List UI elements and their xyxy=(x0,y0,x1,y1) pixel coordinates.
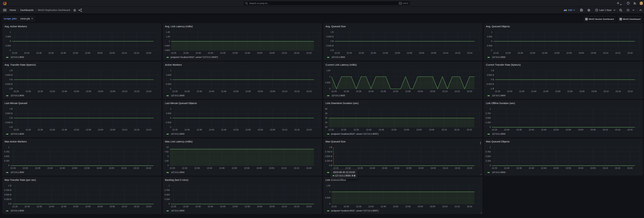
svg-text:Current Link Latency (millis): Current Link Latency (millis) xyxy=(326,63,357,66)
svg-text:22:35: 22:35 xyxy=(197,129,202,131)
svg-text:22:55: 22:55 xyxy=(244,167,250,169)
svg-text:22:45: 22:45 xyxy=(60,167,65,169)
svg-text:22:50: 22:50 xyxy=(393,90,398,92)
svg-text:22:45: 22:45 xyxy=(61,52,66,54)
svg-text:23:20: 23:20 xyxy=(627,167,632,169)
svg-text:23:05: 23:05 xyxy=(590,167,596,169)
svg-text:22:35: 22:35 xyxy=(38,129,43,131)
svg-text:0.750 B: 0.750 B xyxy=(325,151,332,153)
svg-text:23:20: 23:20 xyxy=(146,205,151,208)
svg-text:23:05: 23:05 xyxy=(110,129,115,131)
svg-text:0.750: 0.750 xyxy=(4,151,9,153)
svg-text:22:30: 22:30 xyxy=(23,167,28,169)
svg-text:127.0.0.1:9000: 127.0.0.1:9000 xyxy=(492,94,506,97)
svg-text:22:35: 22:35 xyxy=(516,167,522,169)
svg-text:Link Offline Duration (sec): Link Offline Duration (sec) xyxy=(486,102,515,104)
svg-text:23:10: 23:10 xyxy=(603,129,608,131)
svg-text:0.250 B: 0.250 B xyxy=(325,160,332,162)
svg-text:22:55: 22:55 xyxy=(405,90,410,92)
svg-text:23:15: 23:15 xyxy=(134,129,139,131)
svg-text:22:25: 22:25 xyxy=(172,90,178,92)
svg-text:22:35: 22:35 xyxy=(36,52,42,54)
svg-text:Avg. Queued Objects: Avg. Queued Objects xyxy=(486,25,510,28)
svg-text:22:35: 22:35 xyxy=(356,205,361,208)
svg-text:127.0.0.1:9000: 127.0.0.1:9000 xyxy=(492,171,506,174)
svg-text:1: 1 xyxy=(329,190,330,193)
svg-text:23:15: 23:15 xyxy=(455,167,460,169)
svg-text:127.0.0.1:9000: 127.0.0.1:9000 xyxy=(332,94,345,97)
svg-text:22:50: 22:50 xyxy=(554,167,559,169)
svg-text:23:15: 23:15 xyxy=(615,52,620,54)
svg-text:22:50: 22:50 xyxy=(72,167,77,169)
svg-text:23:00: 23:00 xyxy=(418,167,424,169)
svg-text:23:15: 23:15 xyxy=(615,129,620,131)
svg-text:22:25: 22:25 xyxy=(14,129,19,131)
svg-text:22:40: 22:40 xyxy=(370,52,376,54)
svg-text:1: 1 xyxy=(169,40,170,42)
svg-text:22:55: 22:55 xyxy=(85,205,90,208)
svg-text:0.250: 0.250 xyxy=(486,160,491,162)
svg-text:22:40: 22:40 xyxy=(368,90,374,92)
svg-text:23:05: 23:05 xyxy=(270,90,275,92)
svg-text:0.500 B: 0.500 B xyxy=(5,74,12,76)
svg-text:-0.500 B: -0.500 B xyxy=(486,83,494,85)
svg-text:22:55: 22:55 xyxy=(246,129,250,131)
svg-text:Last Minute Queued: Last Minute Queued xyxy=(4,102,27,104)
svg-text:Backlog (last 5 mins): Backlog (last 5 mins) xyxy=(165,178,188,181)
svg-text:23:05: 23:05 xyxy=(110,90,115,92)
svg-text:0.500 B: 0.500 B xyxy=(487,74,494,76)
svg-text:23:15: 23:15 xyxy=(134,90,139,92)
svg-text:22:40: 22:40 xyxy=(207,167,212,169)
svg-text:-0.500: -0.500 xyxy=(166,83,171,85)
svg-text:23:00: 23:00 xyxy=(98,90,103,92)
svg-text:22:40: 22:40 xyxy=(208,205,213,208)
svg-text:1: 1 xyxy=(490,108,491,110)
svg-text:Link Online/Offline: Link Online/Offline xyxy=(326,178,346,181)
svg-text:127.0.0.1:9000: 127.0.0.1:9000 xyxy=(171,171,184,174)
svg-text:23:20: 23:20 xyxy=(306,52,312,54)
svg-text:0 B: 0 B xyxy=(10,78,12,81)
svg-text:23:10: 23:10 xyxy=(603,167,608,169)
svg-text:22:35: 22:35 xyxy=(516,129,522,131)
svg-text:23:05: 23:05 xyxy=(592,90,597,92)
svg-text:22:50: 22:50 xyxy=(233,90,238,92)
svg-text:23:15: 23:15 xyxy=(294,129,300,131)
svg-text:0: 0 xyxy=(170,117,171,119)
svg-text:22:35: 22:35 xyxy=(36,205,42,208)
svg-text:7.50: 7.50 xyxy=(164,151,169,153)
svg-text:1.50: 1.50 xyxy=(326,184,330,187)
svg-text:22:45: 22:45 xyxy=(380,90,386,92)
svg-text:22:30: 22:30 xyxy=(184,90,190,92)
svg-text:10: 10 xyxy=(166,146,169,149)
svg-text:127.0.0.1:9000: 127.0.0.1:9000 xyxy=(171,209,184,212)
svg-text:22:45: 22:45 xyxy=(541,167,546,169)
svg-text:Max Queued Objects: Max Queued Objects xyxy=(486,140,510,143)
svg-text:22:25: 22:25 xyxy=(492,129,497,131)
svg-text:0 B: 0 B xyxy=(330,40,334,42)
svg-text:0.500: 0.500 xyxy=(486,117,491,119)
svg-text:-1: -1 xyxy=(170,87,171,90)
svg-text:22:50: 22:50 xyxy=(395,52,400,54)
svg-text:127.0.0.1:9000: 127.0.0.1:9000 xyxy=(10,56,24,58)
svg-text:0 B: 0 B xyxy=(329,164,332,167)
svg-text:22:55: 22:55 xyxy=(407,52,412,54)
svg-text:22:50: 22:50 xyxy=(232,205,238,208)
svg-text:22:25: 22:25 xyxy=(332,90,336,92)
svg-text:1 B: 1 B xyxy=(10,69,12,72)
svg-text:40: 40 xyxy=(325,108,328,110)
svg-text:22:25: 22:25 xyxy=(12,205,18,208)
svg-text:127.0.0.1:9000: 127.0.0.1:9000 xyxy=(171,94,184,97)
svg-text:1: 1 xyxy=(8,146,10,149)
svg-text:-1 B: -1 B xyxy=(9,87,12,90)
svg-text:23:05: 23:05 xyxy=(269,167,274,169)
svg-text:127.0.0.1:9000: 127.0.0.1:9000 xyxy=(10,133,24,135)
svg-text:22:40: 22:40 xyxy=(48,52,54,54)
svg-text:23:10: 23:10 xyxy=(603,90,608,92)
svg-text:23:00: 23:00 xyxy=(579,52,584,54)
svg-text:22:40: 22:40 xyxy=(47,167,52,169)
svg-text:Current Transfer Rate (bytes/s: Current Transfer Rate (bytes/s) xyxy=(486,63,521,66)
svg-text:22:55: 22:55 xyxy=(245,205,250,208)
svg-text:22:45: 22:45 xyxy=(219,167,224,169)
svg-text:127.0.0.1:9000: 127.0.0.1:9000 xyxy=(171,133,184,135)
svg-text:22:30: 22:30 xyxy=(184,129,190,131)
